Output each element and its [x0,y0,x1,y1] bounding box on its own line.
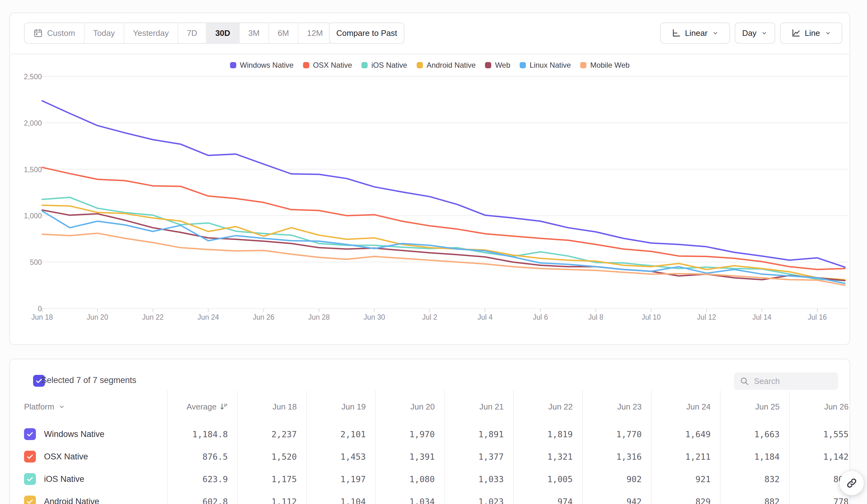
x-axis-label: Jul 8 [574,313,618,321]
day-column-header-jun-21[interactable]: Jun 21 [444,391,513,423]
table-row-osx-native: OSX Native876.51,5201,4531,3911,3771,321… [10,445,851,468]
day-column-header-jun-22[interactable]: Jun 22 [513,391,582,423]
day-value-cell: 1,023 [444,490,513,504]
y-axis-label: 0 [17,305,42,313]
day-column-header-jun-19[interactable]: Jun 19 [306,391,375,423]
average-column-header[interactable]: Average [167,391,237,423]
x-axis-label: Jul 2 [408,313,452,321]
table-body: Windows Native1,184.82,2372,1011,9701,89… [10,423,851,504]
day-value-cell: 1,112 [237,490,306,504]
chart-line-windows-native[interactable] [42,101,845,267]
day-value-cell: 882 [720,490,789,504]
y-axis-label: 2,500 [17,73,42,81]
day-value-cell: 1,080 [375,468,444,490]
day-column-header-jun-18[interactable]: Jun 18 [237,391,306,423]
day-value-cell: 1,005 [513,468,582,490]
platform-cell: iOS Native [10,468,167,490]
day-value-cell: 1,391 [375,445,444,468]
day-value-cell: 1,197 [306,468,375,490]
day-value-cell: 1,555 [789,423,851,445]
segment-checkbox[interactable] [24,451,36,462]
search-icon [740,376,749,386]
day-value-cell: 1,453 [306,445,375,468]
copy-link-button[interactable] [839,471,864,495]
average-value-cell: 602.8 [167,490,237,504]
platform-name: iOS Native [44,474,84,484]
x-axis-label: Jul 6 [519,313,563,321]
platform-cell: Windows Native [10,423,167,445]
x-axis-label: Jul 12 [685,313,728,321]
x-axis-label: Jul 4 [463,313,507,321]
average-header-label: Average [186,402,217,412]
chart-line-ios-native[interactable] [42,197,845,281]
platform-cell: Android Native [10,490,167,504]
x-axis-label: Jun 28 [297,313,341,321]
day-value-cell: 974 [513,490,582,504]
day-value-cell: 1,033 [444,468,513,490]
segment-checkbox[interactable] [24,496,36,504]
day-column-header-jun-23[interactable]: Jun 23 [582,391,651,423]
platform-header-label: Platform [24,402,54,412]
y-axis-label: 1,500 [17,166,42,174]
day-value-cell: 1,211 [651,445,720,468]
table-row-android-native: Android Native602.81,1121,1041,0341,0239… [10,490,851,504]
sort-descending-icon [220,403,228,411]
day-column-header-jun-26[interactable]: Jun 26 [789,391,851,423]
day-value-cell: 1,316 [582,445,651,468]
search-input[interactable] [754,376,833,386]
day-value-cell: 1,175 [237,468,306,490]
day-value-cell: 1,891 [444,423,513,445]
x-axis-label: Jul 10 [629,313,673,321]
day-value-cell: 2,101 [306,423,375,445]
day-value-cell: 1,663 [720,423,789,445]
day-value-cell: 1,649 [651,423,720,445]
day-value-cell: 1,770 [582,423,651,445]
selected-segments-label: Selected 7 of 7 segments [41,375,136,385]
search-box [734,372,838,390]
checkmark-icon [26,497,34,504]
table-header-row: Platform Average Jun 18Jun 19Jun 20Jun 2… [10,391,851,423]
y-axis-label: 500 [17,258,42,267]
platform-cell: OSX Native [10,445,167,468]
day-value-cell: 778 [789,490,851,504]
table-row-windows-native: Windows Native1,184.82,2372,1011,9701,89… [10,423,851,445]
day-value-cell: 1,520 [237,445,306,468]
chart-card: CustomTodayYesterday7D30D3M6M12M Compare… [9,12,850,345]
checkmark-icon [26,452,34,461]
chevron-down-icon [58,403,65,410]
chart-line-linux-native[interactable] [42,211,845,284]
average-value-cell: 1,184.8 [167,423,237,445]
x-axis-label: Jun 24 [186,313,230,321]
day-column-header-jun-25[interactable]: Jun 25 [720,391,789,423]
average-value-cell: 876.5 [167,445,237,468]
chart-plot-area[interactable] [10,13,851,346]
x-axis-label: Jul 14 [740,313,784,321]
day-value-cell: 2,237 [237,423,306,445]
y-axis-label: 1,000 [17,212,42,220]
platform-column-header[interactable]: Platform [10,391,167,423]
platform-name: Windows Native [44,429,105,439]
day-value-cell: 1,104 [306,490,375,504]
day-value-cell: 1,377 [444,445,513,468]
day-value-cell: 1,184 [720,445,789,468]
day-value-cell: 829 [651,490,720,504]
day-value-cell: 1,034 [375,490,444,504]
chart-line-web[interactable] [42,210,845,281]
platform-name: OSX Native [44,452,88,462]
day-column-header-jun-24[interactable]: Jun 24 [651,391,720,423]
day-value-cell: 921 [651,468,720,490]
day-value-cell: 1,142 [789,445,851,468]
x-axis-label: Jun 26 [242,313,286,321]
x-axis-label: Jun 30 [352,313,396,321]
day-value-cell: 1,321 [513,445,582,468]
day-value-cell: 902 [582,468,651,490]
chart-line-mobile-web[interactable] [42,233,845,285]
day-value-cell: 942 [582,490,651,504]
y-axis-label: 2,000 [17,119,42,128]
segment-checkbox[interactable] [24,428,36,440]
day-column-header-jun-20[interactable]: Jun 20 [375,391,444,423]
segment-checkbox[interactable] [24,473,36,485]
day-value-cell: 1,970 [375,423,444,445]
x-axis-label: Jun 18 [20,313,64,321]
segments-table-card: Selected 7 of 7 segments Platform Averag… [9,359,850,504]
